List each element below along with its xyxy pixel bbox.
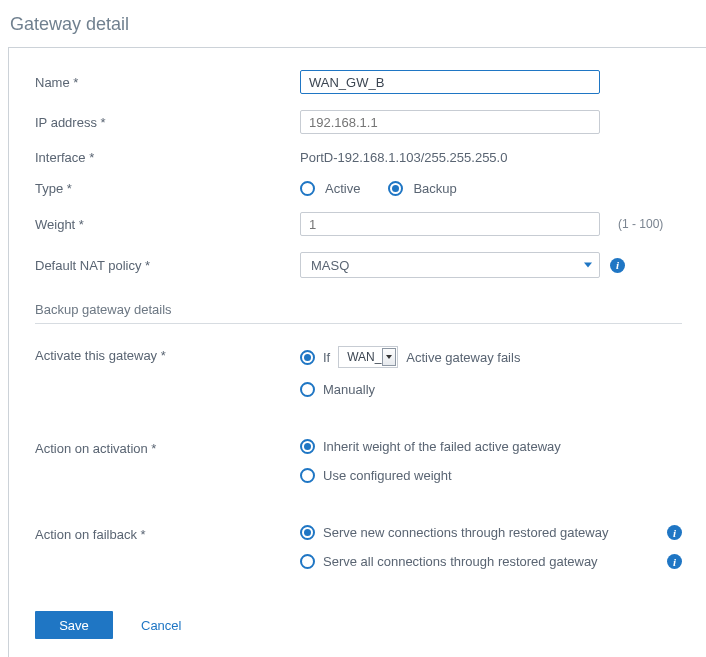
row-type: Type * Active Backup [35, 181, 682, 196]
radio-label-backup[interactable]: Backup [413, 181, 456, 196]
row-activate: Activate this gateway * If WAN_G Active … [35, 346, 682, 411]
label-on-activation: Action on activation * [35, 439, 300, 456]
activate-manual-label[interactable]: Manually [323, 382, 375, 397]
radio-activate-if[interactable] [300, 350, 315, 365]
cancel-button[interactable]: Cancel [141, 618, 181, 633]
form-actions: Save Cancel [35, 611, 682, 639]
ip-input[interactable] [300, 110, 600, 134]
activation-inherit-label[interactable]: Inherit weight of the failed active gate… [323, 439, 561, 454]
interface-value: PortD-192.168.1.103/255.255.255.0 [300, 150, 507, 165]
backup-section-header: Backup gateway details [35, 302, 682, 317]
chevron-down-icon [584, 263, 592, 268]
activate-gateway-select[interactable]: WAN_G [338, 346, 398, 368]
radio-type-active[interactable] [300, 181, 315, 196]
row-ip: IP address * [35, 110, 682, 134]
nat-select[interactable]: MASQ [300, 252, 600, 278]
radio-failback-all[interactable] [300, 554, 315, 569]
name-input[interactable] [300, 70, 600, 94]
activate-if-prefix: If [323, 350, 330, 365]
radio-failback-new[interactable] [300, 525, 315, 540]
radio-activation-configured[interactable] [300, 468, 315, 483]
label-activate: Activate this gateway * [35, 346, 300, 363]
weight-hint: (1 - 100) [618, 217, 663, 231]
row-interface: Interface * PortD-192.168.1.103/255.255.… [35, 150, 682, 165]
activate-if-suffix: Active gateway fails [406, 350, 520, 365]
form-panel: Name * IP address * Interface * PortD-19… [8, 47, 706, 657]
activation-configured-label[interactable]: Use configured weight [323, 468, 452, 483]
label-interface: Interface * [35, 150, 300, 165]
failback-all-label[interactable]: Serve all connections through restored g… [323, 554, 598, 569]
row-nat: Default NAT policy * MASQ i [35, 252, 682, 278]
radio-activation-inherit[interactable] [300, 439, 315, 454]
label-type: Type * [35, 181, 300, 196]
radio-activate-manual[interactable] [300, 382, 315, 397]
radio-label-active[interactable]: Active [325, 181, 360, 196]
weight-input[interactable] [300, 212, 600, 236]
divider [35, 323, 682, 324]
info-icon[interactable]: i [610, 258, 625, 273]
save-button[interactable]: Save [35, 611, 113, 639]
row-on-failback: Action on failback * Serve new connectio… [35, 525, 682, 583]
label-on-failback: Action on failback * [35, 525, 300, 542]
label-nat: Default NAT policy * [35, 258, 300, 273]
radio-type-backup[interactable] [388, 181, 403, 196]
failback-new-label[interactable]: Serve new connections through restored g… [323, 525, 608, 540]
row-on-activation: Action on activation * Inherit weight of… [35, 439, 682, 497]
info-icon[interactable]: i [667, 525, 682, 540]
info-icon[interactable]: i [667, 554, 682, 569]
page-title: Gateway detail [0, 0, 706, 47]
row-weight: Weight * (1 - 100) [35, 212, 682, 236]
row-name: Name * [35, 70, 682, 94]
label-name: Name * [35, 75, 300, 90]
chevron-down-icon [382, 348, 396, 366]
label-ip: IP address * [35, 115, 300, 130]
label-weight: Weight * [35, 217, 300, 232]
nat-select-value: MASQ [311, 258, 349, 273]
